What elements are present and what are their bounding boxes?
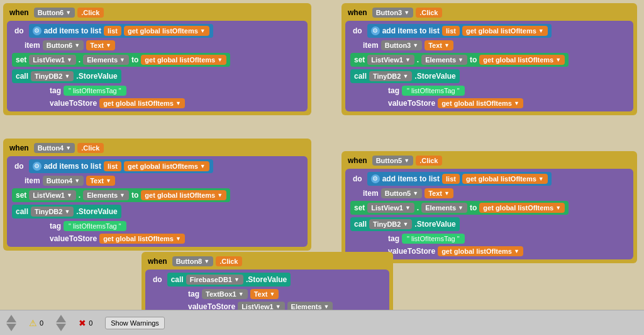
- list-label-2: list: [442, 26, 460, 36]
- tinydb2-pill-3[interactable]: TinyDB2 ▼: [31, 207, 74, 217]
- elements-pill-2[interactable]: Elements ▼: [421, 55, 467, 65]
- list-label-4: list: [442, 174, 460, 184]
- nav-up-left[interactable]: [6, 315, 16, 322]
- add-items-block-1[interactable]: ⚙ add items to list list get global list…: [29, 24, 213, 38]
- do-block-3: do ⚙ add items to list list get global l…: [7, 156, 308, 247]
- get-global-3[interactable]: get global listOfItems ▼: [124, 161, 209, 171]
- add-items-block-2[interactable]: ⚙ add items to list list get global list…: [367, 24, 552, 38]
- add-items-text-3: add items to list: [44, 162, 101, 171]
- button5-text-pill[interactable]: Button5 ▼: [381, 188, 422, 198]
- elements-pill-3[interactable]: Elements ▼: [83, 190, 129, 200]
- do-label-5: do: [150, 274, 165, 285]
- do-row-1: do ⚙ add items to list list get global l…: [12, 24, 303, 38]
- nav-up-right[interactable]: [56, 315, 66, 322]
- tinydb2-pill-4[interactable]: TinyDB2 ▼: [369, 219, 412, 229]
- set-block-2[interactable]: set ListView1 ▼ . Elements ▼ to get glob…: [350, 53, 569, 67]
- add-items-block-3[interactable]: ⚙ add items to list list get global list…: [29, 159, 213, 173]
- tinydb2-pill-2[interactable]: TinyDB2 ▼: [369, 71, 412, 81]
- get-global-lv-4[interactable]: get global listOfItems ▼: [479, 203, 565, 213]
- button5-pill[interactable]: Button5 ▼: [372, 156, 413, 166]
- button8-pill[interactable]: Button8 ▼: [172, 256, 213, 266]
- firebase-tag-row: tag TextBox1 ▼ Text ▼: [188, 289, 384, 299]
- get-global-1[interactable]: get global listOfItems ▼: [124, 26, 209, 36]
- button4-text-pill[interactable]: Button4 ▼: [43, 176, 84, 186]
- nav-arrows-up-right: [56, 315, 66, 331]
- value-store-4[interactable]: get global listOfItems ▼: [438, 246, 523, 256]
- gear-icon-4: ⚙: [371, 174, 380, 183]
- text-pill-2[interactable]: Text ▼: [425, 40, 453, 50]
- value-store-1[interactable]: get global listOfItems ▼: [99, 98, 185, 108]
- set-row-1: set ListView1 ▼ . Elements ▼ to get glob…: [12, 53, 303, 67]
- item-row-2: item Button3 ▼ Text ▼: [363, 40, 628, 50]
- button6-pill[interactable]: Button6 ▼: [34, 8, 75, 18]
- value-row-4: valueToStore get global listOfItems ▼: [388, 246, 628, 256]
- get-global-4[interactable]: get global listOfItems ▼: [462, 174, 548, 184]
- click-event-2[interactable]: .Click: [416, 8, 441, 18]
- get-global-lv-1[interactable]: get global listOfItems ▼: [141, 55, 226, 65]
- button3-pill[interactable]: Button3 ▼: [372, 8, 413, 18]
- call-block-3[interactable]: call TinyDB2 ▼ .StoreValue: [12, 205, 121, 219]
- firebasedb1-pill[interactable]: FirebaseDB1 ▼: [186, 275, 243, 285]
- nav-down-left[interactable]: [6, 324, 16, 331]
- add-items-text-1: add items to list: [44, 26, 101, 35]
- text-pill-1[interactable]: Text ▼: [86, 40, 115, 50]
- call-block-4[interactable]: call TinyDB2 ▼ .StoreValue: [350, 217, 460, 231]
- do-row-5: do call FirebaseDB1 ▼ .StoreValue: [150, 273, 384, 287]
- tinydb2-pill-1[interactable]: TinyDB2 ▼: [31, 71, 74, 81]
- elements-pill-1[interactable]: Elements ▼: [83, 55, 129, 65]
- call-block-1[interactable]: call TinyDB2 ▼ .StoreValue: [12, 69, 121, 83]
- elements-pill-4[interactable]: Elements ▼: [421, 203, 467, 213]
- tag-row-4: tag " listOfItemsTag ": [388, 234, 628, 244]
- click-event-5[interactable]: .Click: [216, 256, 242, 266]
- call-row-1: call TinyDB2 ▼ .StoreValue: [12, 69, 303, 83]
- set-block-3[interactable]: set ListView1 ▼ . Elements ▼ to get glob…: [12, 188, 230, 202]
- workspace: when Button6 ▼ .Click do ⚙ add items to …: [0, 0, 644, 335]
- call-block-2[interactable]: call TinyDB2 ▼ .StoreValue: [350, 69, 460, 83]
- add-items-block-4[interactable]: ⚙ add items to list list get global list…: [367, 172, 552, 186]
- listview1-pill-1[interactable]: ListView1 ▼: [29, 55, 75, 65]
- set-block-1[interactable]: set ListView1 ▼ . Elements ▼ to get glob…: [12, 53, 230, 67]
- text-pill-5[interactable]: Text ▼: [250, 289, 279, 299]
- when-label-1: when: [7, 7, 31, 18]
- get-global-lv-3[interactable]: get global listOfItems ▼: [141, 190, 226, 200]
- text-pill-4[interactable]: Text ▼: [425, 188, 453, 198]
- listview1-pill-4[interactable]: ListView1 ▼: [367, 203, 414, 213]
- nav-down-right[interactable]: [56, 324, 66, 331]
- do-label-4: do: [350, 173, 365, 185]
- item-row-4: item Button5 ▼ Text ▼: [363, 188, 628, 198]
- listview1-pill-2[interactable]: ListView1 ▼: [367, 55, 414, 65]
- warning-status: ⚠ 0: [29, 318, 43, 328]
- show-warnings-button[interactable]: Show Warnings: [105, 317, 165, 329]
- get-global-2[interactable]: get global listOfItems ▼: [462, 26, 548, 36]
- value-store-3[interactable]: get global listOfItems ▼: [99, 234, 185, 244]
- gear-icon-2: ⚙: [371, 26, 380, 35]
- error-count: 0: [89, 319, 92, 327]
- do-block-2: do ⚙ add items to list list get global l…: [345, 21, 633, 111]
- click-event-4[interactable]: .Click: [416, 156, 441, 166]
- item-row-3: item Button4 ▼ Text ▼: [25, 176, 303, 186]
- button6-text-pill-1[interactable]: Button6 ▼: [43, 40, 84, 50]
- button3-text-pill[interactable]: Button3 ▼: [381, 40, 422, 50]
- call-row-4: call TinyDB2 ▼ .StoreValue: [350, 217, 628, 231]
- click-event-1[interactable]: .Click: [77, 8, 103, 18]
- tag-value-2: " listOfItemsTag ": [402, 86, 465, 96]
- gear-icon-3: ⚙: [33, 162, 42, 171]
- set-row-2: set ListView1 ▼ . Elements ▼ to get glob…: [350, 53, 628, 67]
- block-group-button8: when Button8 ▼ .Click do call FirebaseDB…: [142, 252, 393, 319]
- do-block-5: do call FirebaseDB1 ▼ .StoreValue tag Te…: [145, 270, 389, 315]
- status-bar: ⚠ 0 ✖ 0 Show Warnings: [0, 310, 644, 335]
- call-firebase-block[interactable]: call FirebaseDB1 ▼ .StoreValue: [167, 273, 291, 287]
- do-row-4: do ⚙ add items to list list get global l…: [350, 172, 628, 186]
- value-row-1: valueToStore get global listOfItems ▼: [50, 98, 303, 108]
- do-label-3: do: [12, 161, 26, 172]
- set-block-4[interactable]: set ListView1 ▼ . Elements ▼ to get glob…: [350, 201, 569, 215]
- text-pill-3[interactable]: Text ▼: [86, 176, 115, 186]
- get-global-lv-2[interactable]: get global listOfItems ▼: [479, 55, 565, 65]
- value-store-2[interactable]: get global listOfItems ▼: [438, 98, 523, 108]
- click-event-3[interactable]: .Click: [77, 143, 103, 153]
- button4-pill[interactable]: Button4 ▼: [34, 143, 75, 153]
- call-row-3: call TinyDB2 ▼ .StoreValue: [12, 205, 303, 219]
- textbox1-pill[interactable]: TextBox1 ▼: [202, 289, 248, 299]
- tag-value-3: " listOfItemsTag ": [64, 221, 126, 231]
- listview1-pill-3[interactable]: ListView1 ▼: [29, 190, 75, 200]
